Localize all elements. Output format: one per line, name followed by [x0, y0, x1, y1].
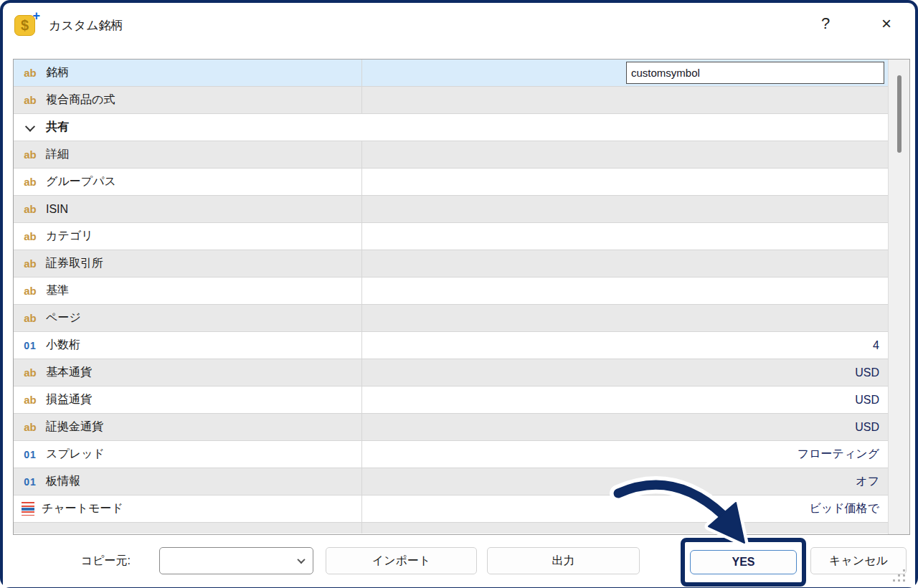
chevron-down-icon — [22, 124, 39, 131]
close-button[interactable]: × — [870, 3, 903, 44]
grid-row[interactable]: ab 証券取引所 — [14, 250, 888, 278]
row-label: 板情報 — [46, 474, 80, 489]
row-value — [362, 523, 888, 534]
symbol-name-input[interactable] — [626, 62, 884, 84]
row-value — [362, 87, 888, 113]
grid-row[interactable]: ab 基本通貨 USD — [14, 359, 888, 387]
ab-icon: ab — [22, 366, 39, 379]
number-icon: 01 — [22, 340, 39, 351]
grid-row[interactable]: チャートモード ビッド価格で — [14, 495, 888, 523]
row-label: ページ — [46, 310, 81, 326]
row-label: 証拠金通貨 — [46, 419, 103, 435]
import-button[interactable]: インポート — [326, 547, 477, 574]
grid-row[interactable]: ab カテゴリ — [14, 223, 888, 250]
yes-button[interactable]: YES — [690, 550, 797, 574]
grid-row[interactable]: ab 損益通貨 USD — [14, 387, 888, 414]
grid-row[interactable]: ab 複合商品の式 — [14, 87, 888, 114]
property-rows: ab 銘柄 ab 複合商品の式 共有 ab 詳細 ab グループパス ab IS… — [14, 60, 888, 534]
row-value: ビッド価格で — [362, 495, 888, 522]
ab-icon: ab — [22, 230, 39, 242]
custom-symbol-coin-icon: $ + — [14, 13, 39, 37]
help-button[interactable]: ? — [809, 3, 842, 44]
cancel-button[interactable]: キャンセル — [810, 547, 907, 574]
export-button[interactable]: 出力 — [487, 547, 640, 574]
row-label: グループパス — [46, 174, 116, 189]
row-label: 詳細 — [46, 147, 69, 162]
row-label: 基準 — [46, 283, 69, 298]
row-value — [362, 223, 888, 250]
grid-row[interactable]: 01 スプレッド フローティング — [14, 441, 888, 468]
copy-from-combobox[interactable] — [159, 547, 313, 574]
row-label: 複合商品の式 — [46, 93, 115, 108]
row-label: 銘柄 — [46, 65, 69, 80]
title-bar: $ + カスタム銘柄 ? × — [3, 3, 915, 47]
screenshot-stage: $ + カスタム銘柄 ? × ab 銘柄 ab 複合商品の式 共有 ab 詳細 — [0, 0, 918, 588]
number-icon: 01 — [22, 476, 39, 488]
dialog-title: カスタム銘柄 — [49, 17, 123, 34]
row-label: 損益通貨 — [46, 392, 92, 407]
grid-row[interactable]: 01 板情報 オフ — [14, 468, 888, 495]
row-label: 共有 — [46, 120, 69, 135]
row-label: 基本通貨 — [46, 365, 92, 380]
ab-icon: ab — [22, 94, 39, 106]
row-value: オフ — [362, 468, 888, 495]
row-value: 4 — [362, 332, 888, 359]
row-value — [362, 141, 888, 168]
grid-row[interactable]: 共有 — [14, 114, 888, 141]
row-label: 小数桁 — [46, 338, 80, 353]
row-label: 証券取引所 — [46, 256, 103, 271]
row-value — [362, 250, 888, 277]
row-value: USD — [362, 359, 888, 386]
row-label: スプレッド — [46, 447, 105, 462]
row-value — [362, 305, 888, 331]
grid-row[interactable]: ab グループパス — [14, 169, 888, 196]
ab-icon: ab — [22, 203, 39, 215]
grid-row[interactable]: ab ISIN — [14, 196, 888, 223]
grid-row[interactable]: ab ページ — [14, 305, 888, 332]
resize-grip[interactable] — [893, 569, 905, 582]
ab-icon: ab — [22, 176, 39, 188]
row-value: USD — [362, 414, 888, 440]
row-label: チャートモード — [42, 501, 123, 516]
grid-row[interactable] — [14, 523, 888, 534]
row-value: USD — [362, 387, 888, 413]
number-icon: 01 — [22, 449, 39, 460]
ab-icon: ab — [22, 67, 39, 79]
row-value — [362, 278, 888, 304]
plus-badge-icon: + — [32, 10, 40, 22]
row-label: カテゴリ — [46, 229, 93, 244]
chart-mode-icon — [22, 502, 34, 516]
row-value: フローティング — [362, 441, 888, 468]
ab-icon: ab — [22, 312, 39, 324]
footer-bar: コピー元: インポート 出力 YES キャンセル — [3, 535, 915, 587]
row-value — [362, 114, 888, 141]
vertical-scrollbar[interactable] — [888, 60, 909, 534]
custom-symbol-dialog: $ + カスタム銘柄 ? × ab 銘柄 ab 複合商品の式 共有 ab 詳細 — [0, 0, 918, 588]
copy-from-label: コピー元: — [66, 535, 131, 587]
grid-row[interactable]: ab 証拠金通貨 USD — [14, 414, 888, 441]
grid-row[interactable]: ab 銘柄 — [14, 60, 888, 87]
row-label: ISIN — [46, 203, 68, 216]
ab-icon: ab — [22, 394, 39, 406]
grid-row[interactable]: ab 基準 — [14, 278, 888, 305]
property-grid: ab 銘柄 ab 複合商品の式 共有 ab 詳細 ab グループパス ab IS… — [13, 59, 910, 535]
row-value — [362, 60, 888, 86]
row-value — [362, 196, 888, 222]
grid-row[interactable]: 01 小数桁 4 — [14, 332, 888, 359]
ab-icon: ab — [22, 257, 39, 270]
ab-icon: ab — [22, 148, 39, 161]
chevron-down-icon — [297, 556, 305, 564]
ab-icon: ab — [22, 421, 39, 433]
scrollbar-thumb[interactable] — [897, 75, 902, 153]
grid-row[interactable]: ab 詳細 — [14, 141, 888, 169]
ab-icon: ab — [22, 285, 39, 297]
row-value — [362, 169, 888, 195]
